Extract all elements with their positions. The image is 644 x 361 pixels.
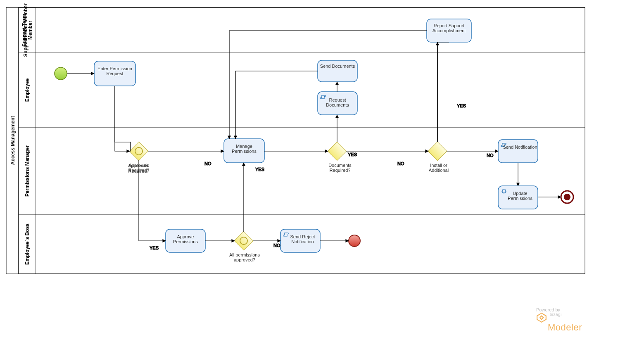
edge-label-no-4: NO: [487, 153, 494, 158]
svg-point-11: [349, 235, 360, 247]
pool-title: Access Management: [10, 116, 16, 165]
svg-text:Support Team: Support Team: [21, 14, 27, 47]
edge-label-yes-4: YES: [457, 103, 466, 108]
edge-label-no-3: NO: [397, 161, 404, 166]
svg-rect-17: [428, 142, 447, 160]
svg-rect-14: [129, 142, 148, 160]
task-send-reject-label: Send Reject Notification: [285, 234, 320, 244]
svg-text:Member: Member: [27, 21, 33, 40]
end-event-reject[interactable]: [349, 235, 360, 247]
svg-marker-49: [537, 313, 546, 322]
end-event-terminate[interactable]: [561, 191, 573, 203]
bizagi-logo-icon: [536, 312, 547, 323]
edge-label-yes-1: YES: [150, 245, 159, 250]
lane-title-employee: Employee: [24, 78, 30, 102]
task-send-notification-label: Send Notification: [502, 145, 538, 150]
edge-label-no-2: NO: [273, 243, 280, 248]
gateway-install-additional-label: Install or Additional: [422, 163, 455, 173]
diagram-canvas: Access Management Support Team Member Su…: [0, 0, 644, 361]
task-send-documents-label: Send Documents: [318, 64, 357, 69]
edge-label-yes-3: YES: [348, 152, 357, 157]
lane-title-boss: Employee´s Boss: [24, 223, 30, 265]
brand-large: Modeler: [548, 322, 582, 332]
gateway-documents-required-label: Documents Required?: [321, 163, 359, 173]
svg-rect-18: [234, 231, 253, 250]
footer-watermark: Powered by bizagi Modeler: [536, 308, 582, 332]
task-report-support-label: Report Support Accomplishment: [428, 23, 471, 33]
svg-rect-16: [328, 142, 346, 160]
task-approve-permissions-label: Approve Permissions: [166, 234, 205, 244]
edge-label-no-1: NO: [204, 161, 211, 166]
edge-label-yes-2: YES: [255, 167, 264, 172]
gateway-approvals-required[interactable]: [129, 142, 148, 160]
task-enter-permission-label: Enter Permission Request: [94, 66, 135, 76]
svg-point-13: [564, 194, 570, 200]
gateway-all-approved-label: All permissions approved?: [226, 252, 263, 262]
start-event[interactable]: [55, 67, 67, 80]
gateway-documents-required[interactable]: [328, 142, 346, 160]
lane-title-pm: Permissions Manager: [24, 145, 30, 197]
task-request-documents-label: Request Documents: [318, 97, 357, 107]
task-manage-permissions-label: Manage Permissions: [224, 144, 264, 154]
brand-small: bizagi: [550, 312, 562, 317]
task-update-permissions-label: Update Permissions: [502, 191, 538, 201]
gateway-install-additional[interactable]: [428, 142, 447, 160]
bpmn-diagram: Access Management Support Team Member Su…: [0, 0, 644, 361]
gateway-all-approved[interactable]: [234, 231, 253, 250]
powered-by-text: Powered by: [536, 308, 582, 312]
sequence-flows: NO YES YES NO YES NO YES NO: [67, 31, 561, 250]
svg-point-10: [55, 67, 67, 80]
